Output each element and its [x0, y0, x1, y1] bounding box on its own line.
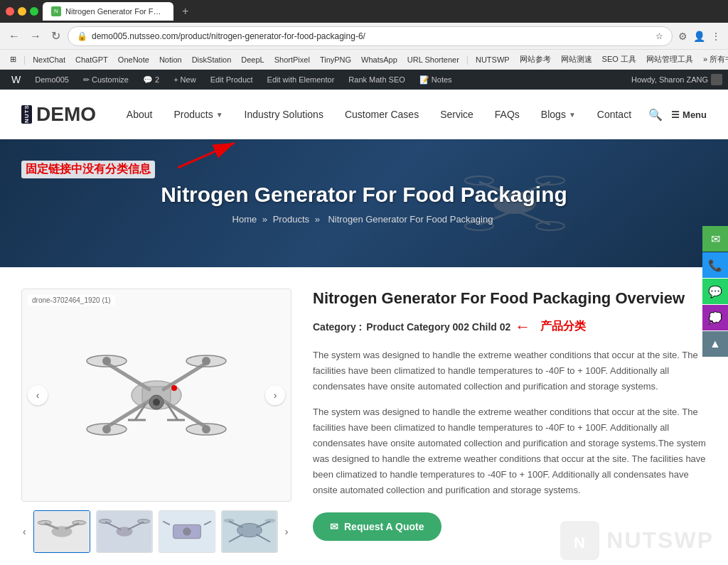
nav-industry[interactable]: Industry Solutions: [236, 103, 332, 126]
wp-comments[interactable]: 💬 2: [137, 70, 165, 90]
thumbnail-3[interactable]: [159, 510, 215, 553]
site-header: NUTSWP DEMO About Products ▼ Industry So…: [0, 90, 728, 139]
product-info: Nitrogen Generator For Food Packaging Ov…: [313, 289, 707, 553]
search-icon[interactable]: 🔍: [646, 105, 665, 124]
bookmark-nutswp[interactable]: NUTSWP: [471, 54, 514, 65]
user-avatar: [711, 74, 722, 85]
bookmark-whatsapp[interactable]: WhatsApp: [357, 54, 402, 65]
watermark-text: NUTSWP: [606, 527, 714, 554]
svg-point-26: [153, 399, 160, 406]
nav-products[interactable]: Products ▼: [165, 103, 231, 126]
sidebar-chat-button[interactable]: 💭: [702, 305, 728, 330]
quote-btn-label: Request A Quote: [344, 521, 424, 532]
gallery-prev-button[interactable]: ‹: [28, 385, 48, 405]
breadcrumb-products[interactable]: Products: [273, 214, 309, 225]
apps-icon[interactable]: ⊞: [6, 53, 21, 65]
nav-blogs[interactable]: Blogs ▼: [532, 103, 584, 126]
category-label: Category :: [313, 321, 362, 333]
bookmark-deepl[interactable]: DeepL: [237, 54, 268, 65]
breadcrumb-sep1: »: [262, 214, 270, 225]
logo-tag: NUTSWP: [21, 105, 32, 124]
sidebar-top-button[interactable]: ▲: [702, 331, 728, 357]
bookmark-nextchat[interactable]: NextChat: [28, 54, 70, 65]
svg-line-13: [107, 363, 149, 389]
thumb-next-button[interactable]: ›: [284, 524, 290, 539]
svg-point-56: [264, 519, 275, 523]
bookmark-speed[interactable]: 网站测速: [557, 53, 596, 66]
breadcrumb-home[interactable]: Home: [232, 214, 257, 225]
bookmark-ref[interactable]: 网站参考: [515, 53, 555, 66]
thumbnail-row: ‹: [21, 510, 291, 553]
close-button[interactable]: [6, 7, 14, 16]
nav-about[interactable]: About: [118, 103, 161, 126]
svg-point-43: [137, 520, 149, 524]
profile-icon[interactable]: 👤: [692, 29, 707, 43]
wp-edit-elementor[interactable]: Edit with Elementor: [262, 70, 341, 90]
nav-products-label: Products: [173, 109, 213, 120]
site-logo[interactable]: NUTSWP DEMO: [21, 103, 96, 126]
wp-customize[interactable]: ✏ Customize: [77, 70, 134, 90]
hero-title: Nitrogen Generator For Food Packaging: [161, 183, 567, 207]
url-text: demo005.nutsseo.com/product/nitrogen-gen…: [92, 31, 651, 41]
watermark: N NUTSWP: [560, 521, 714, 560]
thumbnail-1[interactable]: [33, 510, 90, 553]
hero-banner: 固定链接中没有分类信息 Nitrogen Generator For Food …: [0, 139, 728, 267]
svg-point-22: [202, 357, 210, 365]
request-quote-button[interactable]: ✉ Request A Quote: [313, 512, 441, 541]
wp-site-name[interactable]: Demo005: [29, 70, 75, 90]
sidebar-phone-button[interactable]: 📞: [702, 252, 728, 278]
nav-service[interactable]: Service: [432, 103, 482, 126]
sidebar-email-button[interactable]: ✉: [702, 226, 728, 252]
bookmark-tinypng[interactable]: TinyPNG: [316, 54, 355, 65]
nav-customer-cases[interactable]: Customer Cases: [336, 103, 427, 126]
wp-edit-product[interactable]: Edit Product: [205, 70, 259, 90]
nav-contact[interactable]: Contact: [589, 103, 640, 126]
category-value[interactable]: Product Category 002 Child 02: [366, 321, 510, 333]
svg-point-21: [102, 357, 111, 365]
svg-line-16: [164, 401, 206, 427]
sidebar-whatsapp-button[interactable]: 💬: [702, 279, 728, 304]
bookmark-seo[interactable]: SEO 工具: [598, 53, 641, 66]
svg-point-24: [202, 425, 210, 434]
category-arrow-icon: ←: [515, 318, 530, 336]
breadcrumb-sep2: »: [315, 214, 323, 225]
breadcrumb-current: Nitrogen Generator For Food Packaging: [328, 214, 493, 225]
nav-faqs[interactable]: FAQs: [486, 103, 528, 126]
wp-rankmath[interactable]: Rank Math SEO: [343, 70, 410, 90]
wp-logo[interactable]: W: [6, 70, 26, 90]
envelope-icon: ✉: [330, 521, 338, 532]
svg-point-37: [72, 521, 85, 525]
svg-point-36: [38, 521, 51, 525]
annotation-block: 固定链接中没有分类信息: [21, 161, 155, 178]
browser-nav-bar: ← → ↻ 🔒 demo005.nutsseo.com/product/nitr…: [0, 23, 728, 50]
extensions-icon[interactable]: ⚙: [677, 29, 689, 43]
bookmark-onenote[interactable]: OneNote: [114, 54, 154, 65]
new-tab-button[interactable]: +: [178, 4, 193, 19]
url-bar[interactable]: 🔒 demo005.nutsseo.com/product/nitrogen-g…: [68, 26, 673, 46]
bookmark-shortpixel[interactable]: ShortPixel: [270, 54, 314, 65]
browser-tab[interactable]: N Nitrogen Generator For Foo...: [43, 2, 173, 21]
tab-title: Nitrogen Generator For Foo...: [65, 7, 165, 16]
window-controls: [6, 7, 38, 16]
thumb-prev-button[interactable]: ‹: [21, 524, 28, 539]
wp-notes[interactable]: 📝 Notes: [414, 70, 458, 90]
minimize-button[interactable]: [18, 7, 26, 16]
thumbnail-4[interactable]: [221, 510, 278, 553]
star-icon[interactable]: ☆: [655, 31, 663, 41]
bookmark-chatgpt[interactable]: ChatGPT: [71, 54, 112, 65]
bookmark-all[interactable]: » 所有书签: [699, 53, 728, 66]
more-icon[interactable]: ⋮: [710, 29, 722, 43]
thumbnail-2[interactable]: [96, 510, 153, 553]
svg-point-31: [171, 385, 177, 391]
back-button[interactable]: ←: [6, 28, 23, 44]
bookmark-diskstation[interactable]: DiskStation: [188, 54, 236, 65]
bookmark-notion[interactable]: Notion: [155, 54, 186, 65]
forward-button[interactable]: →: [27, 28, 44, 44]
bookmark-manage[interactable]: 网站管理工具: [642, 53, 697, 66]
gallery-next-button[interactable]: ›: [265, 385, 285, 405]
wp-new[interactable]: + New: [168, 70, 202, 90]
menu-button[interactable]: ☰ Menu: [671, 109, 707, 120]
reload-button[interactable]: ↻: [48, 28, 63, 44]
bookmark-url-shortener[interactable]: URL Shortener: [403, 54, 464, 65]
maximize-button[interactable]: [30, 7, 38, 16]
